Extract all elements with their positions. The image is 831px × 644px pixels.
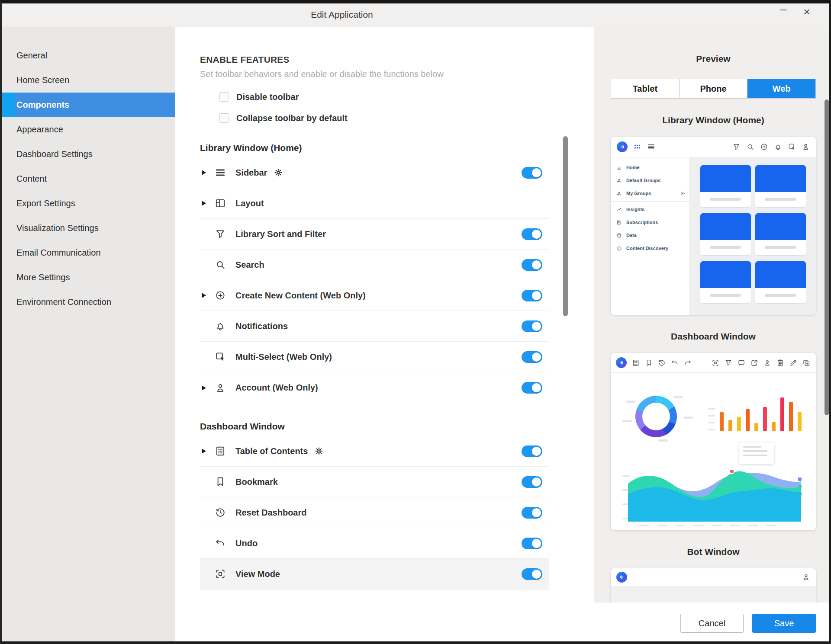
window-scrollbar-thumb[interactable] — [825, 99, 829, 415]
bookmark-icon — [645, 359, 653, 367]
label-placeholder — [626, 400, 635, 403]
feature-label: Notifications — [235, 321, 288, 331]
donut-chart — [635, 396, 677, 437]
sidebar-item-appearance[interactable]: Appearance — [2, 117, 175, 142]
plus-circle-icon — [760, 143, 768, 151]
share-icon — [750, 359, 758, 367]
sidebar-item-general[interactable]: General — [2, 43, 175, 68]
preview-nav-label: Insights — [626, 207, 644, 212]
expand-arrow-icon[interactable] — [202, 385, 206, 391]
bar — [728, 420, 732, 431]
feature-label: Account (Web Only) — [235, 383, 318, 393]
feature-label: Table of Contents — [235, 446, 308, 456]
toggle-on[interactable] — [522, 538, 542, 549]
sidebar-item-label: Visualization Settings — [16, 223, 99, 233]
sidebar-item-more-settings[interactable]: More Settings — [2, 265, 175, 290]
label-placeholder — [748, 525, 758, 526]
toggle-on[interactable] — [522, 351, 542, 363]
preview-nav-content-discovery: Content Discovery — [611, 242, 689, 255]
label-placeholder — [730, 525, 740, 526]
feature-sections: Library Window (Home)SidebarLayoutLibrar… — [200, 143, 549, 590]
toggle-on[interactable] — [522, 382, 542, 394]
bot-preview-title: Bot Window — [611, 547, 816, 557]
feature-row-view-mode: View Mode — [200, 559, 549, 590]
undo-icon — [671, 359, 679, 367]
multi-select-icon — [215, 351, 228, 363]
gear-icon[interactable] — [274, 168, 283, 177]
search-icon — [215, 259, 228, 271]
minimize-button[interactable]: – — [775, 3, 792, 16]
preview-nav-data: Data — [611, 229, 689, 242]
sidebar-item-export-settings[interactable]: Export Settings — [2, 191, 175, 216]
close-button[interactable]: × — [798, 5, 815, 19]
tab-web[interactable]: Web — [747, 79, 815, 98]
sidebar-item-dashboard-settings[interactable]: Dashboard Settings — [2, 142, 175, 167]
undo-icon — [215, 537, 228, 549]
list-icon — [647, 143, 655, 151]
toggle-on[interactable] — [522, 476, 542, 488]
tile-thumbnail — [700, 261, 751, 288]
checkbox-unchecked[interactable] — [219, 92, 229, 102]
toggle-on[interactable] — [522, 290, 542, 301]
preview-nav-default-groups: Default Groups — [611, 174, 689, 187]
legend-swatch — [798, 485, 802, 488]
library-preview-tiles — [700, 165, 806, 303]
bar — [720, 412, 724, 431]
bar — [746, 409, 750, 431]
toggle-on[interactable] — [522, 507, 542, 519]
tile-thumbnail — [700, 165, 751, 192]
tile-thumbnail — [755, 165, 806, 192]
data-point-marker — [730, 469, 734, 474]
expand-arrow-icon[interactable] — [202, 293, 206, 298]
cancel-button[interactable]: Cancel — [680, 614, 744, 633]
tile-text-placeholder — [710, 294, 741, 297]
expand-arrow-icon[interactable] — [202, 449, 206, 454]
sidebar-item-label: Appearance — [16, 125, 63, 135]
sidebar-item-visualization-settings[interactable]: Visualization Settings — [2, 216, 175, 240]
plus-circle-icon — [215, 289, 228, 301]
toggle-on[interactable] — [522, 228, 542, 240]
checkbox-unchecked[interactable] — [219, 113, 229, 123]
section-title: Dashboard Window — [200, 421, 549, 432]
sidebar-item-components[interactable]: Components — [2, 93, 175, 117]
feature-row-table-of-contents: Table of Contents — [200, 436, 549, 467]
feature-label: Undo — [235, 538, 258, 548]
preview-nav-my-groups: My Groups — [611, 187, 689, 200]
edit-application-dialog: Edit Application – × GeneralHome ScreenC… — [0, 0, 831, 644]
save-button[interactable]: Save — [752, 614, 816, 633]
bell-icon — [774, 143, 782, 151]
sidebar-item-email-communication[interactable]: Email Communication — [2, 240, 175, 265]
toggle-on[interactable] — [522, 167, 542, 179]
sidebar-item-label: General — [16, 51, 47, 61]
tab-tablet[interactable]: Tablet — [611, 79, 680, 98]
feature-label: Sidebar — [235, 168, 267, 178]
tile-text-placeholder — [765, 198, 796, 201]
gear-icon[interactable] — [315, 447, 323, 455]
checkbox-row: Disable toolbar — [219, 90, 549, 103]
toggle-on[interactable] — [522, 445, 542, 457]
expand-arrow-icon[interactable] — [202, 201, 206, 206]
label-placeholder — [683, 417, 693, 419]
title-bar: Edit Application – × — [2, 3, 829, 27]
dashboard-preview-title: Dashboard Window — [611, 331, 816, 342]
label-placeholder — [693, 525, 704, 526]
toc-icon — [632, 359, 640, 367]
enable-features-heading: ENABLE FEATURES — [200, 54, 549, 65]
label-placeholder — [673, 396, 683, 398]
settings-sidebar: GeneralHome ScreenComponentsAppearanceDa… — [2, 27, 175, 641]
sidebar-item-environment-connection[interactable]: Environment Connection — [2, 290, 175, 314]
preview-heading: Preview — [611, 54, 816, 64]
bar — [737, 417, 741, 431]
toggle-on[interactable] — [522, 259, 542, 271]
tab-phone[interactable]: Phone — [680, 79, 748, 98]
feature-label: Reset Dashboard — [235, 508, 307, 518]
label-placeholder — [657, 525, 667, 526]
sidebar-item-content[interactable]: Content — [2, 167, 175, 191]
enable-features-subheading: Set toolbar behaviors and enable or disa… — [200, 69, 549, 79]
toggle-on[interactable] — [522, 320, 542, 332]
sidebar-item-home-screen[interactable]: Home Screen — [2, 68, 175, 93]
panel-scrollbar-thumb[interactable] — [563, 136, 568, 316]
toggle-on[interactable] — [522, 568, 542, 580]
expand-arrow-icon[interactable] — [202, 170, 206, 175]
label-placeholder — [766, 525, 776, 526]
